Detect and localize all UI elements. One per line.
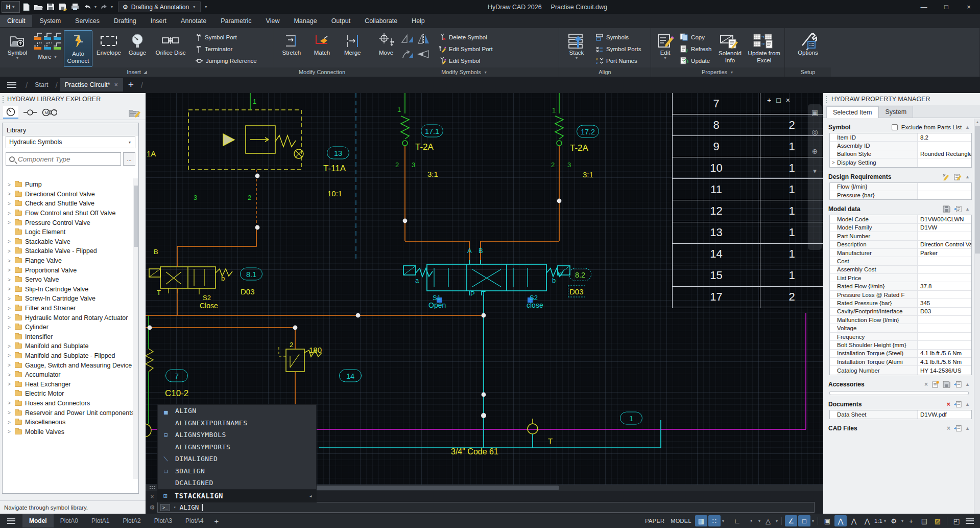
property-row[interactable]: Flow {l/min} [830, 183, 971, 191]
tstackalign-row[interactable]: ⊞ TSTACKALIGN ◂ [157, 490, 317, 502]
item-balloon[interactable]: 17.2 [577, 125, 599, 138]
stack-button[interactable]: Stack ▾ [562, 30, 591, 67]
tree-item[interactable]: > Proportional Valve [3, 265, 133, 275]
expander-icon[interactable]: > [830, 160, 837, 165]
app-menu-button[interactable]: H ▾ [2, 1, 20, 13]
navigation-tool-icon[interactable]: ◎ [811, 128, 818, 136]
browse-button[interactable]: ... [123, 152, 135, 166]
chevron-right-icon[interactable]: > [7, 362, 12, 368]
property-row[interactable]: Cavity/Footprint/Interface D03 [830, 308, 971, 316]
group-label-modify-connection[interactable]: Modify Connection [274, 67, 370, 77]
menu-item[interactable]: Services [68, 15, 107, 27]
property-row[interactable]: Data Sheet D1VW.pdf [830, 410, 971, 419]
update-from-excel-button[interactable]: Update fromExcel [747, 30, 781, 67]
object-snap-icon[interactable]: □ [798, 515, 810, 526]
tree-item[interactable]: > Manifold and Subplate - Flipped [3, 351, 133, 361]
collapse-icon[interactable]: ▲ [965, 426, 970, 431]
parts-table-row[interactable]: 15 1 [673, 265, 823, 287]
collapse-icon[interactable]: ▲ [965, 206, 970, 212]
panel-grip-icon[interactable] [2, 96, 4, 103]
collapse-icon[interactable]: ▲ [965, 125, 970, 130]
collapse-icon[interactable]: ▲ [965, 402, 970, 407]
orifice-disc-button[interactable]: Orifice Disc [152, 30, 189, 67]
property-value[interactable]: D1VW [918, 224, 971, 231]
copy-properties-button[interactable]: Copy [678, 32, 713, 42]
property-row[interactable]: Bolt Shoulder Height {mm} [830, 341, 971, 349]
quick-access-more-icon[interactable]: ▾ [205, 5, 207, 9]
undo-icon[interactable] [82, 2, 93, 12]
property-row[interactable]: Cost [830, 257, 971, 265]
edit-symbol-port-button[interactable]: Edit Symbol Port [437, 43, 494, 54]
command-suggestion[interactable]: ▄ ALIGN [158, 405, 316, 417]
parts-table-row[interactable]: 17 2 [673, 287, 823, 308]
minimize-button[interactable]: — [913, 0, 935, 14]
parts-table-row[interactable]: 10 1 [673, 157, 823, 179]
move-button[interactable]: Move [373, 30, 399, 67]
chevron-right-icon[interactable]: > [7, 220, 12, 225]
item-balloon[interactable]: 7 [165, 370, 188, 382]
delete-accessory-icon[interactable]: × [924, 381, 928, 388]
chevron-right-icon[interactable]: > [7, 306, 12, 311]
layout-tab[interactable]: PlotA4 [179, 514, 210, 527]
parts-table-row[interactable]: 8 2 [673, 114, 823, 136]
property-value[interactable]: 345 [918, 300, 971, 306]
command-line[interactable]: >_ ▾ ALIGN [157, 502, 815, 513]
mirror-icon[interactable] [417, 33, 431, 44]
tree-item[interactable]: > Stackable Valve - Flipped [3, 246, 133, 256]
property-row[interactable]: Assembly Cost [830, 266, 971, 274]
collapse-left-icon[interactable]: ◂ [309, 493, 313, 499]
pin-icon[interactable]: + [767, 96, 771, 104]
open-folder-icon[interactable] [33, 2, 44, 12]
menu-item[interactable]: View [259, 15, 287, 27]
command-suggestion[interactable]: ⊟ ALIGNSYMBOLS [158, 429, 316, 441]
tree-item[interactable]: > Directional Control Valve [3, 190, 133, 199]
menu-item[interactable]: Circuit [0, 15, 32, 27]
snap-dropdown-icon[interactable]: ▾ [722, 519, 725, 523]
save-icon[interactable] [45, 2, 56, 12]
gauge-button[interactable]: Gauge [125, 30, 150, 67]
plot-printer-icon[interactable] [69, 2, 81, 12]
tree-item[interactable]: > Pressure Control Valve [3, 218, 133, 227]
polar-tracking-icon[interactable]: ◔ [745, 515, 757, 526]
rotate-right-icon[interactable] [401, 49, 414, 60]
chevron-right-icon[interactable]: > [7, 211, 12, 216]
library-explorer-header[interactable]: HYDRAW LIBRARY EXPLORER [0, 93, 146, 105]
tree-item[interactable]: > Intensifier [3, 332, 133, 342]
chevron-right-icon[interactable]: > [7, 286, 12, 292]
snap-mode-icon[interactable]: ∷ [708, 515, 721, 526]
envelope-button[interactable]: Envelope [94, 30, 123, 67]
workspace-switcher[interactable]: ⚙ Drafting & Annotation ▾ [118, 2, 201, 12]
menu-item[interactable]: Collaborate [357, 15, 404, 27]
tree-item[interactable]: > Hoses and Connectors [3, 399, 133, 408]
tab-selected-item[interactable]: Selected Item [826, 106, 878, 118]
property-row[interactable]: Rated Pressure {bar} 345 [830, 299, 971, 307]
property-row[interactable]: List Price [830, 274, 971, 282]
clear-requirements-icon[interactable] [943, 173, 950, 180]
property-row[interactable]: Malfunction Flow {l/min} [830, 316, 971, 324]
panel-grip-icon[interactable] [825, 96, 827, 103]
item-balloon[interactable]: 8.1 [240, 268, 262, 281]
group-label-insert[interactable]: Insert◢ [0, 67, 274, 77]
property-value[interactable]: D1VW.pdf [918, 411, 971, 418]
scroll-up-icon[interactable]: ▲ [974, 119, 980, 125]
property-row[interactable]: Installation Torque (Steel) 4.1 lb.ft./5… [830, 350, 971, 358]
workspace-dropdown-icon[interactable]: ▾ [901, 519, 904, 523]
osnap-dropdown-icon[interactable]: ▾ [811, 519, 815, 523]
chevron-right-icon[interactable]: > [7, 343, 12, 349]
jumping-reference-button[interactable]: Jumping Reference [194, 55, 258, 66]
maximize-button[interactable]: □ [935, 0, 958, 14]
redo-dropdown-icon[interactable]: ▾ [111, 5, 113, 9]
panel-scrollbar[interactable]: ▲ [974, 119, 980, 514]
tree-item[interactable]: > Hydraulic Motor and Rotary Actuator [3, 313, 133, 323]
align-symbol-ports-button[interactable]: Symbol Ports [594, 43, 642, 54]
merge-button[interactable]: Merge [338, 30, 367, 67]
property-value[interactable]: 8.2 [918, 134, 971, 141]
flip-icon[interactable] [417, 49, 431, 60]
customize-plus-icon[interactable]: + [905, 515, 917, 526]
navigation-bar[interactable]: ▣◎⊕▾ [808, 104, 822, 250]
save-icon[interactable] [943, 381, 950, 388]
tree-item[interactable]: > Servo Valve [3, 275, 133, 285]
file-tabs-menu-icon[interactable] [7, 82, 16, 88]
command-suggestion[interactable]: ❏ 3DALIGN [158, 465, 316, 477]
annotation-scale-icon[interactable]: ⋀ [861, 515, 873, 526]
